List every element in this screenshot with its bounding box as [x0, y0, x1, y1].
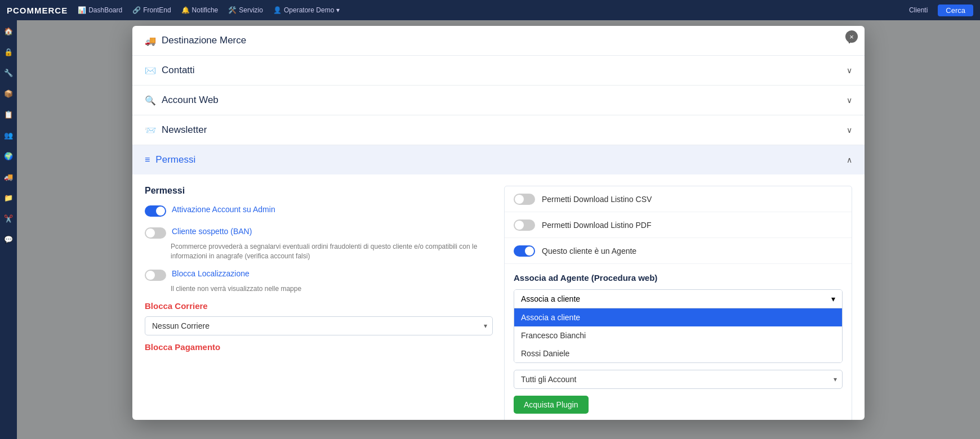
- toggle-blocca-localizzazione-row: Blocca Localizzazione: [145, 269, 493, 281]
- accordion-newsletter-title: Newsletter: [162, 124, 207, 136]
- buy-plugin-button[interactable]: Acquista Plugin: [514, 396, 589, 414]
- sidebar: 🏠 🔒 🔧 📦 📋 👥 🌍 🚚 📁 ✂️ 💬: [0, 20, 17, 439]
- blocca-pagamento-title: Blocca Pagamento: [145, 342, 493, 352]
- sidebar-truck-icon[interactable]: 🚚: [2, 171, 15, 183]
- chevron-down-icon-3: ∨: [847, 96, 852, 105]
- toggle-download-csv[interactable]: [514, 194, 535, 205]
- send-icon: 📨: [145, 125, 156, 136]
- blocca-corriere-select[interactable]: Nessun Corriere: [145, 316, 493, 335]
- chevron-down-icon-4: ∨: [847, 126, 852, 135]
- toggle-download-pdf-label: Permetti Download Listino PDF: [542, 221, 652, 230]
- tutti-account-select[interactable]: Tutti gli Account: [514, 370, 843, 389]
- right-toggles-box: Permetti Download Listino CSV Permetti D…: [504, 186, 852, 420]
- agente-section: Associa ad Agente (Procedura web) Associ…: [505, 264, 852, 420]
- chevron-down-icon-2: ∨: [847, 66, 852, 75]
- modal-overlay: × 🚚 Destinazione Merce ∨ ✉️ Contatti: [17, 20, 980, 439]
- permessi-title: Permessi: [145, 186, 493, 196]
- accordion-newsletter-header[interactable]: 📨 Newsletter ∨: [132, 115, 865, 145]
- nav-frontend[interactable]: 🔗 FrontEnd: [132, 6, 171, 14]
- accordion-account-header[interactable]: 🔍 Account Web ∨: [132, 86, 865, 115]
- blocca-localizzazione-desc: Il cliente non verrà visualizzato nelle …: [171, 284, 493, 294]
- toggle-cliente-sospetto-row: Cliente sospetto (BAN): [145, 227, 493, 239]
- agente-dropdown-options: Associa a cliente Francesco Bianchi Ross…: [514, 308, 842, 362]
- search-icon: 🔍: [145, 95, 156, 106]
- accordion-contatti: ✉️ Contatti ∨: [132, 56, 865, 86]
- permessi-right-panel: Permetti Download Listino CSV Permetti D…: [504, 186, 852, 420]
- toggle-download-pdf-row: Permetti Download Listino PDF: [505, 212, 852, 238]
- agente-dropdown: Associa a cliente ▾ Associa a cliente Fr…: [514, 289, 843, 363]
- agente-section-title: Associa ad Agente (Procedura web): [514, 273, 843, 283]
- top-navigation: PCOMMERCE 📊 DashBoard 🔗 FrontEnd 🔔 Notif…: [0, 0, 980, 20]
- accordion-permessi: ≡ Permessi ∧ Permessi: [132, 145, 865, 420]
- sidebar-users-icon[interactable]: 👥: [2, 129, 15, 142]
- chevron-up-icon: ∧: [847, 155, 852, 164]
- modal-dialog: × 🚚 Destinazione Merce ∨ ✉️ Contatti: [132, 26, 865, 420]
- tutti-account-select-wrapper: Tutti gli Account ▾: [514, 370, 843, 389]
- brand-logo: PCOMMERCE: [7, 6, 68, 15]
- toggle-blocca-localizzazione[interactable]: [145, 270, 166, 281]
- sidebar-tools-icon[interactable]: 🔧: [2, 66, 15, 79]
- dropdown-option-bianchi[interactable]: Francesco Bianchi: [514, 326, 842, 344]
- nav-dashboard[interactable]: 📊 DashBoard: [78, 6, 122, 14]
- blocca-corriere-select-wrapper: Nessun Corriere ▾: [145, 316, 493, 335]
- permessi-left-panel: Permessi Attivazione Account su Admin: [145, 186, 493, 420]
- accordion-contatti-title: Contatti: [162, 65, 195, 76]
- accordion-permessi-title: Permessi: [155, 154, 195, 165]
- cliente-sospetto-desc: Pcommerce provvederà a segnalarvi eventu…: [171, 242, 493, 261]
- accordion-account: 🔍 Account Web ∨: [132, 86, 865, 115]
- accordion-contatti-header[interactable]: ✉️ Contatti ∨: [132, 56, 865, 85]
- toggle-agente[interactable]: [514, 245, 535, 257]
- sidebar-lock-icon[interactable]: 🔒: [2, 46, 15, 59]
- accordion-newsletter: 📨 Newsletter ∨: [132, 115, 865, 145]
- sidebar-globe-icon[interactable]: 🌍: [2, 150, 15, 163]
- accordion-destinazione: 🚚 Destinazione Merce ∨: [132, 26, 865, 56]
- toggle-attivazione[interactable]: [145, 205, 166, 217]
- toggle-download-csv-label: Permetti Download Listino CSV: [542, 195, 652, 204]
- dropdown-option-daniele[interactable]: Rossi Daniele: [514, 344, 842, 362]
- blocca-corriere-title: Blocca Corriere: [145, 301, 493, 311]
- close-button[interactable]: ×: [845, 30, 858, 43]
- toggle-agente-label: Questo cliente è un Agente: [542, 247, 636, 256]
- accordion-account-title: Account Web: [162, 95, 219, 106]
- toggle-attivazione-row: Attivazione Account su Admin: [145, 205, 493, 217]
- permessi-body: Permessi Attivazione Account su Admin: [132, 174, 865, 420]
- sidebar-folder-icon[interactable]: 📁: [2, 191, 15, 204]
- truck-icon: 🚚: [145, 35, 156, 46]
- sidebar-chat-icon[interactable]: 💬: [2, 233, 15, 246]
- dropdown-option-associa[interactable]: Associa a cliente: [514, 308, 842, 326]
- nav-notifiche[interactable]: 🔔 Notifiche: [181, 6, 219, 14]
- nav-operatore[interactable]: 👤 Operatore Demo ▾: [273, 6, 340, 14]
- settings-icon: ≡: [145, 155, 150, 165]
- toggle-cliente-sospetto[interactable]: [145, 227, 166, 239]
- mail-icon: ✉️: [145, 65, 156, 76]
- sidebar-scissors-icon[interactable]: ✂️: [2, 212, 15, 225]
- chevron-down-icon-dropdown: ▾: [831, 294, 835, 303]
- toggle-cliente-sospetto-label: Cliente sospetto (BAN): [172, 227, 252, 236]
- accordion-permessi-header[interactable]: ≡ Permessi ∧: [132, 145, 865, 174]
- sidebar-package-icon[interactable]: 📦: [2, 87, 15, 100]
- agente-dropdown-selected: Associa a cliente: [521, 294, 580, 303]
- main-content: × 🚚 Destinazione Merce ∨ ✉️ Contatti: [17, 20, 980, 439]
- toggle-agente-row: Questo cliente è un Agente: [505, 238, 852, 264]
- sidebar-home-icon[interactable]: 🏠: [2, 25, 15, 38]
- nav-clienti[interactable]: Clienti: [909, 6, 928, 14]
- toggle-blocca-localizzazione-label: Blocca Localizzazione: [172, 269, 250, 278]
- search-button[interactable]: Cerca: [938, 5, 973, 16]
- toggle-attivazione-label: Attivazione Account su Admin: [172, 205, 275, 214]
- nav-servizio[interactable]: 🛠️ Servizio: [228, 6, 263, 14]
- toggle-download-csv-row: Permetti Download Listino CSV: [505, 186, 852, 212]
- permessi-grid: Permessi Attivazione Account su Admin: [145, 186, 852, 420]
- accordion-destinazione-title: Destinazione Merce: [162, 35, 246, 46]
- sidebar-list-icon[interactable]: 📋: [2, 108, 15, 121]
- agente-dropdown-trigger[interactable]: Associa a cliente ▾: [514, 290, 842, 308]
- accordion-destinazione-header[interactable]: 🚚 Destinazione Merce ∨: [132, 26, 865, 55]
- toggle-download-pdf[interactable]: [514, 220, 535, 231]
